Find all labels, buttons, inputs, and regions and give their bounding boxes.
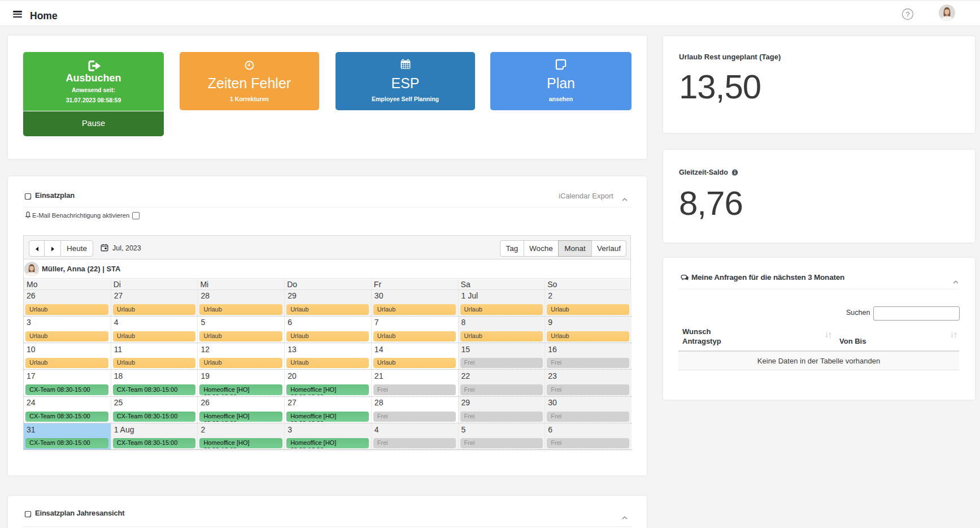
svg-text:?: ?	[906, 11, 910, 19]
